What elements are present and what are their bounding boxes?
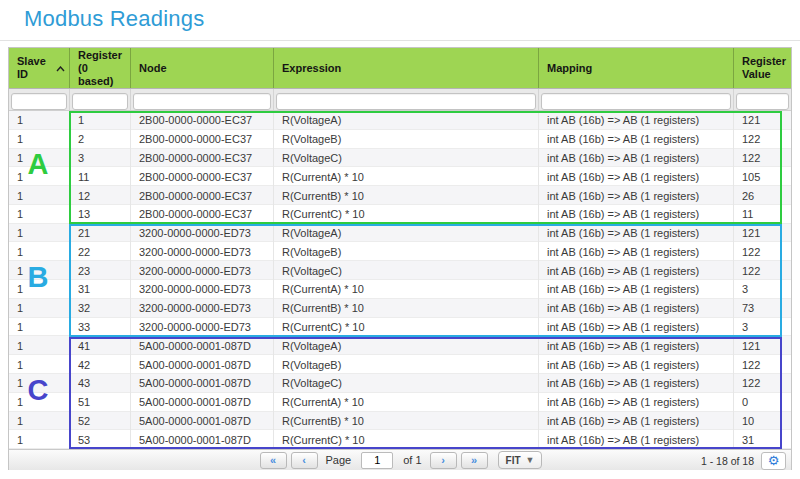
cell-mapping: int AB (16b) => AB (1 registers) (539, 130, 734, 149)
record-range-text: 1 - 18 of 18 (701, 455, 754, 467)
filter-row (9, 89, 791, 111)
table-row[interactable]: 1 21 3200-0000-0000-ED73 R(VoltageA) int… (9, 224, 791, 243)
column-header-expression[interactable]: Expression (274, 48, 539, 88)
cell-register: 52 (70, 412, 131, 431)
table-row[interactable]: 1 33 3200-0000-0000-ED73 R(CurrentC) * 1… (9, 318, 791, 337)
cell-register-value: 73 (734, 299, 791, 318)
cell-expression: R(CurrentA) * 10 (274, 280, 539, 299)
cell-register-value: 122 (734, 130, 791, 149)
table-row[interactable]: 1 42 5A00-0000-0001-087D R(VoltageB) int… (9, 355, 791, 374)
cell-expression: R(CurrentC) * 10 (274, 205, 539, 224)
cell-register: 33 (70, 318, 131, 337)
table-row[interactable]: 1 53 5A00-0000-0001-087D R(CurrentC) * 1… (9, 430, 791, 449)
cell-mapping: int AB (16b) => AB (1 registers) (539, 336, 734, 355)
table-row[interactable]: 1 23 3200-0000-0000-ED73 R(VoltageC) int… (9, 261, 791, 280)
table-row[interactable]: 1 41 5A00-0000-0001-087D R(VoltageA) int… (9, 336, 791, 355)
filter-input-register-value[interactable] (736, 93, 789, 110)
cell-node: 5A00-0000-0001-087D (131, 412, 274, 431)
cell-slave-id: 1 (9, 430, 70, 449)
table-row[interactable]: 1 3 2B00-0000-0000-EC37 R(VoltageC) int … (9, 149, 791, 168)
cell-register-value: 121 (734, 224, 791, 243)
cell-slave-id: 1 (9, 242, 70, 261)
cell-mapping: int AB (16b) => AB (1 registers) (539, 430, 734, 449)
cell-slave-id: 1 (9, 205, 70, 224)
cell-expression: R(CurrentB) * 10 (274, 412, 539, 431)
filter-input-slave-id[interactable] (11, 93, 67, 110)
page-title: Modbus Readings (24, 6, 204, 32)
cell-slave-id: 1 (9, 412, 70, 431)
table-row[interactable]: 1 51 5A00-0000-0001-087D R(CurrentA) * 1… (9, 393, 791, 412)
cell-mapping: int AB (16b) => AB (1 registers) (539, 299, 734, 318)
cell-register: 32 (70, 299, 131, 318)
settings-button[interactable]: ⚙ (761, 452, 786, 470)
table-row[interactable]: 1 13 2B00-0000-0000-EC37 R(CurrentC) * 1… (9, 205, 791, 224)
cell-expression: R(VoltageA) (274, 336, 539, 355)
column-header-node[interactable]: Node (131, 48, 274, 88)
gear-icon: ⚙ (768, 454, 780, 467)
cell-register-value: 121 (734, 111, 791, 130)
title-divider (0, 40, 800, 41)
column-header-register[interactable]: Register (0 based) (70, 48, 131, 88)
filter-input-mapping[interactable] (541, 93, 731, 110)
cell-register-value: 122 (734, 355, 791, 374)
cell-mapping: int AB (16b) => AB (1 registers) (539, 261, 734, 280)
column-label: Mapping (547, 62, 592, 75)
table-row[interactable]: 1 22 3200-0000-0000-ED73 R(VoltageB) int… (9, 242, 791, 261)
filter-input-register[interactable] (72, 93, 128, 110)
table-row[interactable]: 1 1 2B00-0000-0000-EC37 R(VoltageA) int … (9, 111, 791, 130)
cell-register: 31 (70, 280, 131, 299)
table-footer: « ‹ Page of 1 › » FIT ▼ 1 - 18 of 18 ⚙ (9, 449, 791, 470)
cell-expression: R(VoltageB) (274, 130, 539, 149)
cell-slave-id: 1 (9, 336, 70, 355)
cell-node: 5A00-0000-0001-087D (131, 374, 274, 393)
table-row[interactable]: 1 31 3200-0000-0000-ED73 R(CurrentA) * 1… (9, 280, 791, 299)
cell-slave-id: 1 (9, 355, 70, 374)
cell-register-value: 122 (734, 261, 791, 280)
cell-register-value: 122 (734, 374, 791, 393)
next-page-button[interactable]: › (430, 452, 457, 469)
cell-register-value: 26 (734, 186, 791, 205)
page-size-select[interactable]: FIT ▼ (498, 451, 543, 469)
cell-node: 3200-0000-0000-ED73 (131, 299, 274, 318)
column-header-slave-id[interactable]: Slave ID (9, 48, 70, 88)
filter-input-node[interactable] (133, 93, 271, 110)
previous-page-button[interactable]: ‹ (291, 452, 318, 469)
cell-register: 1 (70, 111, 131, 130)
cell-mapping: int AB (16b) => AB (1 registers) (539, 318, 734, 337)
cell-slave-id: 1 (9, 111, 70, 130)
cell-node: 3200-0000-0000-ED73 (131, 318, 274, 337)
page-number-input[interactable] (361, 452, 393, 469)
column-label: Slave ID (17, 55, 49, 81)
cell-expression: R(CurrentC) * 10 (274, 318, 539, 337)
cell-mapping: int AB (16b) => AB (1 registers) (539, 280, 734, 299)
table-row[interactable]: 1 11 2B00-0000-0000-EC37 R(CurrentA) * 1… (9, 167, 791, 186)
modbus-readings-table: Slave ID Register (0 based) Node Express… (8, 47, 792, 470)
cell-node: 3200-0000-0000-ED73 (131, 261, 274, 280)
table-row[interactable]: 1 32 3200-0000-0000-ED73 R(CurrentB) * 1… (9, 299, 791, 318)
table-row[interactable]: 1 52 5A00-0000-0001-087D R(CurrentB) * 1… (9, 412, 791, 431)
cell-expression: R(VoltageA) (274, 224, 539, 243)
cell-slave-id: 1 (9, 280, 70, 299)
cell-register-value: 3 (734, 280, 791, 299)
cell-node: 2B00-0000-0000-EC37 (131, 130, 274, 149)
filter-input-expression[interactable] (276, 93, 536, 110)
column-header-mapping[interactable]: Mapping (539, 48, 734, 88)
page-size-value: FIT (506, 455, 521, 466)
cell-expression: R(VoltageC) (274, 261, 539, 280)
table-row[interactable]: 1 43 5A00-0000-0001-087D R(VoltageC) int… (9, 374, 791, 393)
table-row[interactable]: 1 12 2B00-0000-0000-EC37 R(CurrentB) * 1… (9, 186, 791, 205)
cell-expression: R(VoltageC) (274, 374, 539, 393)
last-page-button[interactable]: » (461, 452, 488, 469)
cell-slave-id: 1 (9, 261, 70, 280)
table-row[interactable]: 1 2 2B00-0000-0000-EC37 R(VoltageB) int … (9, 130, 791, 149)
sort-ascending-icon (56, 62, 65, 75)
cell-node: 5A00-0000-0001-087D (131, 430, 274, 449)
column-header-register-value[interactable]: Register Value (734, 48, 791, 88)
first-page-button[interactable]: « (260, 452, 287, 469)
cell-slave-id: 1 (9, 149, 70, 168)
cell-register: 43 (70, 374, 131, 393)
cell-register: 22 (70, 242, 131, 261)
cell-register: 13 (70, 205, 131, 224)
cell-expression: R(VoltageB) (274, 355, 539, 374)
cell-expression: R(VoltageB) (274, 242, 539, 261)
